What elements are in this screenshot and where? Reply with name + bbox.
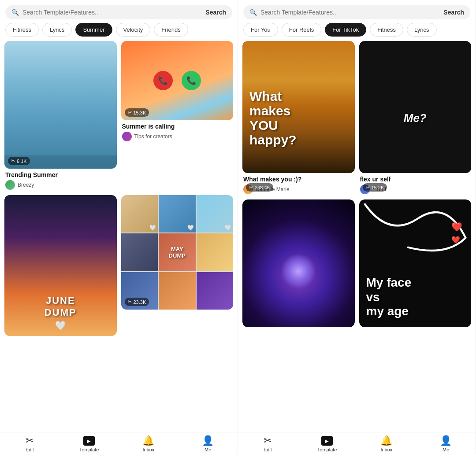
search-icon-right: 🔍 <box>249 9 257 16</box>
right-nav-edit[interactable]: ✂ Edit <box>238 436 298 452</box>
right-content-area: WhatmakesYOUhappy? ✂ 368.4K What makes y… <box>238 41 476 432</box>
scissors-icon-5: ✂ <box>366 185 370 190</box>
pill-lyrics-right[interactable]: Lyrics <box>407 23 436 37</box>
right-nav-inbox-label: Inbox <box>380 447 392 452</box>
what-makes-title: What makes you :)? <box>243 176 354 183</box>
left-search-bar[interactable]: 🔍 Search <box>5 5 232 19</box>
right-nav-template[interactable]: Template <box>298 436 357 452</box>
right-nav-me-label: Me <box>443 447 449 452</box>
left-nav-inbox[interactable]: 🔔 Inbox <box>119 436 178 452</box>
right-nav-template-label: Template <box>317 447 337 452</box>
pill-summer-left[interactable]: Summer <box>75 23 112 37</box>
left-nav-template[interactable]: Template <box>60 436 119 452</box>
pill-fitness-right[interactable]: Fitness <box>370 23 403 37</box>
summer-calling-card-img[interactable]: 📞 📞 ✂ 15.3K <box>121 41 234 120</box>
collage-cell-3: 🤍 <box>197 195 234 233</box>
flex-ur-self-remix-count: 15.2K <box>372 185 384 190</box>
collage-cell-5: MAYDUMP <box>159 233 196 271</box>
scissors-icon-4: ✂ <box>249 185 253 190</box>
me-overlay: Me? <box>404 111 427 125</box>
trending-summer-author: Breezy <box>5 180 116 190</box>
may-dump-overlay: MAYDUMP <box>169 246 186 259</box>
flex-ur-self-remix-badge: ✂ 15.2K <box>363 183 387 192</box>
my-face-card[interactable]: ❤️ ❤️ My facevsmy age <box>359 199 472 327</box>
trending-summer-remix-badge: ✂ 6.1K <box>8 157 30 165</box>
left-bottom-row: JUNEDUMP 🤍 🤍 🤍 🤍 M <box>4 195 233 336</box>
what-makes-remix-count: 368.4K <box>255 185 270 190</box>
may-dump-remix-badge: ✂ 23.3K <box>125 298 149 306</box>
may-dump-card[interactable]: 🤍 🤍 🤍 MAYDUMP <box>121 195 234 336</box>
left-content-area: ✂ 6.1K Trending Summer Breezy <box>0 41 238 432</box>
june-dump-card[interactable]: JUNEDUMP 🤍 <box>4 195 117 336</box>
light-effect-overlay <box>281 254 316 289</box>
left-nav-me-label: Me <box>205 447 211 452</box>
right-search-button[interactable]: Search <box>443 9 464 16</box>
flex-ur-self-title: flex ur self <box>360 176 471 183</box>
left-bottom-nav: ✂ Edit Template 🔔 Inbox 👤 Me <box>0 432 238 454</box>
june-dump-card-img[interactable]: JUNEDUMP 🤍 <box>4 195 117 336</box>
left-nav-me[interactable]: 👤 Me <box>178 436 238 452</box>
summer-calling-info: Summer is calling Tips for creators <box>121 120 234 142</box>
pill-friends-left[interactable]: Friends <box>154 23 188 37</box>
call-buttons: 📞 📞 <box>153 71 201 90</box>
left-search-input[interactable] <box>22 9 202 16</box>
trending-summer-card-img[interactable]: ✂ 6.1K <box>4 41 117 169</box>
pill-foryou-right[interactable]: For You <box>243 23 278 37</box>
pill-velocity-left[interactable]: Velocity <box>116 23 151 37</box>
right-nav-inbox[interactable]: 🔔 Inbox <box>357 436 416 452</box>
collage-cell-9 <box>197 272 234 310</box>
call-screen-overlay: 📞 📞 <box>153 71 201 90</box>
edit-scissors-icon-right: ✂ <box>264 436 271 446</box>
left-search-button[interactable]: Search <box>205 9 226 16</box>
left-panel: 🔍 Search Fitness Lyrics Summer Velocity … <box>0 0 238 454</box>
edit-scissors-icon: ✂ <box>26 436 33 446</box>
left-pills-container: Fitness Lyrics Summer Velocity Friends <box>0 23 238 41</box>
summer-calling-card[interactable]: 📞 📞 ✂ 15.3K Summer is calling <box>121 41 234 191</box>
left-nav-template-label: Template <box>79 447 99 452</box>
collage-cell-1: 🤍 <box>121 195 158 233</box>
collage-cell-6 <box>197 233 234 271</box>
june-dump-heart: 🤍 <box>55 320 66 331</box>
left-nav-edit[interactable]: ✂ Edit <box>0 436 60 452</box>
pill-lyrics-left[interactable]: Lyrics <box>42 23 72 37</box>
summer-calling-author: Tips for creators <box>122 132 233 141</box>
trending-summer-title: Trending Summer <box>5 171 116 178</box>
summer-calling-remix-count: 15.3K <box>134 110 146 115</box>
breezy-name: Breezy <box>18 182 34 188</box>
tips-creator-name: Tips for creators <box>134 133 172 140</box>
scissors-icon-3: ✂ <box>128 299 132 305</box>
what-makes-overlay: WhatmakesYOUhappy? <box>249 89 297 147</box>
right-search-bar[interactable]: 🔍 Search <box>243 5 470 19</box>
trending-summer-card[interactable]: ✂ 6.1K Trending Summer Breezy <box>4 41 117 191</box>
right-search-input[interactable] <box>260 9 440 16</box>
collage-grid: 🤍 🤍 🤍 MAYDUMP <box>121 195 234 310</box>
scissors-icon-2: ✂ <box>128 110 132 115</box>
person-icon-left: 👤 <box>202 436 214 446</box>
bell-icon-left: 🔔 <box>142 436 154 446</box>
flex-ur-self-card[interactable]: Me? ✂ 15.2K flex ur self Y u r i <box>359 41 472 195</box>
person-icon-right: 👤 <box>440 436 452 446</box>
pill-fitness-left[interactable]: Fitness <box>5 23 39 37</box>
pill-forreels-right[interactable]: For Reels <box>282 23 321 37</box>
left-top-row: ✂ 6.1K Trending Summer Breezy <box>4 41 233 191</box>
right-bottom-nav: ✂ Edit Template 🔔 Inbox 👤 Me <box>238 432 476 454</box>
june-dump-overlay: JUNEDUMP <box>45 295 77 318</box>
right-top-row: WhatmakesYOUhappy? ✂ 368.4K What makes y… <box>242 41 471 195</box>
collage-cell-4 <box>121 233 158 271</box>
dark-light-card[interactable] <box>242 199 355 327</box>
what-makes-you-card[interactable]: WhatmakesYOUhappy? ✂ 368.4K What makes y… <box>242 41 355 195</box>
trending-summer-info: Trending Summer Breezy <box>4 169 117 191</box>
left-nav-inbox-label: Inbox <box>142 447 154 452</box>
right-panel: 🔍 Search For You For Reels For TikTok Fi… <box>238 0 476 454</box>
right-nav-me[interactable]: 👤 Me <box>416 436 476 452</box>
decline-btn: 📞 <box>153 71 173 90</box>
right-bottom-row: ❤️ ❤️ My facevsmy age <box>242 199 471 327</box>
may-dump-card-img[interactable]: 🤍 🤍 🤍 MAYDUMP <box>121 195 234 310</box>
trending-summer-remix-count: 6.1K <box>17 159 27 164</box>
right-pills-container: For You For Reels For TikTok Fitness Lyr… <box>238 23 476 41</box>
accept-btn: 📞 <box>182 71 201 90</box>
pill-fortiktok-right[interactable]: For TikTok <box>325 23 366 37</box>
right-nav-edit-label: Edit <box>264 447 272 452</box>
what-makes-remix-badge: ✂ 368.4K <box>246 183 273 192</box>
may-dump-remix-count: 23.3K <box>134 299 146 305</box>
